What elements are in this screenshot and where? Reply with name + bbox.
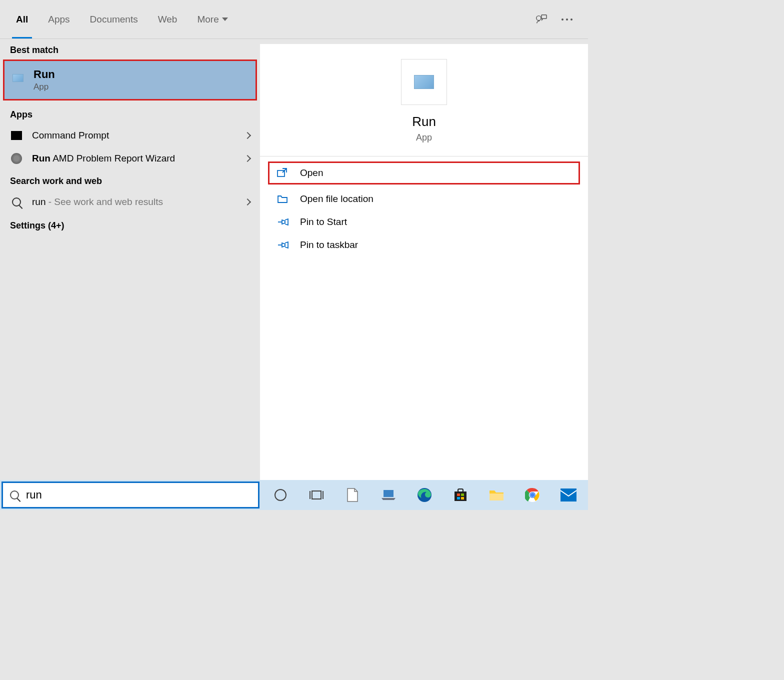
tab-label: All: [16, 14, 28, 25]
tab-label: Documents: [90, 14, 138, 25]
tab-apps[interactable]: Apps: [38, 0, 80, 38]
filter-tabs: All Apps Documents Web More: [6, 0, 238, 38]
more-options-icon[interactable]: [561, 14, 573, 26]
app-name: Run: [412, 114, 436, 130]
svg-rect-9: [454, 492, 466, 501]
chevron-right-icon[interactable]: [245, 133, 250, 138]
libreoffice-icon[interactable]: [344, 486, 361, 504]
folder-icon: [277, 194, 290, 204]
settings-more[interactable]: Settings (4+): [0, 214, 260, 238]
microsoft-store-icon[interactable]: [452, 486, 469, 504]
svg-rect-14: [461, 497, 464, 500]
pin-icon: [277, 218, 290, 226]
task-view-icon[interactable]: [308, 486, 325, 504]
taskbar-search-box[interactable]: [2, 482, 260, 508]
svg-rect-11: [457, 494, 460, 496]
svg-rect-20: [560, 488, 576, 502]
action-label: Pin to Start: [300, 216, 347, 228]
result-web-search[interactable]: run - See work and web results: [0, 190, 260, 214]
detail-panel: Run App Open Open file location Pin t: [260, 39, 588, 480]
result-amd-wizard[interactable]: Run AMD Problem Report Wizard: [0, 147, 260, 170]
edge-icon[interactable]: [416, 486, 433, 504]
open-icon: [277, 168, 290, 178]
bold-prefix: Run: [32, 153, 50, 164]
app-type: App: [416, 132, 432, 143]
chevron-right-icon[interactable]: [245, 156, 250, 161]
app-actions: Open Open file location Pin to Start Pin…: [260, 156, 588, 272]
query-text: run: [32, 196, 46, 207]
search-icon: [10, 196, 23, 208]
feedback-icon[interactable]: [535, 14, 547, 26]
tab-all[interactable]: All: [6, 0, 38, 38]
tab-documents[interactable]: Documents: [80, 0, 148, 38]
taskbar: [0, 480, 588, 510]
tab-more[interactable]: More: [187, 0, 238, 38]
chevron-down-icon: [222, 18, 228, 21]
tab-web[interactable]: Web: [148, 0, 188, 38]
search-icon: [10, 490, 19, 500]
result-command-prompt[interactable]: Command Prompt: [0, 124, 260, 147]
terminal-icon: [10, 129, 23, 142]
action-pin-to-start[interactable]: Pin to Start: [260, 210, 588, 234]
results-panel: Best match Run App Apps Command Prompt R…: [0, 39, 260, 480]
svg-rect-15: [490, 494, 504, 500]
app-detail-card: Run App: [260, 44, 588, 156]
action-open-file-location[interactable]: Open file location: [260, 188, 588, 210]
action-label: Pin to taskbar: [300, 240, 358, 250]
action-open[interactable]: Open: [268, 162, 580, 184]
svg-rect-4: [312, 491, 321, 499]
mail-icon[interactable]: [560, 486, 577, 504]
suffix-text: - See work and web results: [46, 196, 162, 207]
cortana-icon[interactable]: [272, 486, 289, 504]
action-pin-to-taskbar[interactable]: Pin to taskbar: [260, 234, 588, 256]
svg-rect-1: [542, 14, 546, 18]
tab-label: More: [197, 14, 218, 25]
tab-label: Web: [158, 14, 178, 25]
svg-rect-13: [457, 497, 460, 500]
result-title: Command Prompt: [32, 130, 109, 141]
file-explorer-icon[interactable]: [488, 486, 505, 504]
best-match-heading: Best match: [0, 39, 260, 60]
action-label: Open: [300, 168, 323, 178]
tab-label: Apps: [48, 14, 70, 25]
pin-icon: [277, 240, 290, 250]
run-app-large-icon: [401, 59, 447, 105]
apps-heading: Apps: [0, 104, 260, 124]
svg-rect-12: [461, 494, 464, 496]
svg-rect-7: [384, 490, 394, 497]
svg-rect-10: [458, 489, 463, 492]
result-title: Run AMD Problem Report Wizard: [32, 153, 175, 164]
search-work-web-heading: Search work and web: [0, 170, 260, 190]
svg-point-3: [275, 490, 286, 500]
action-label: Open file location: [300, 194, 374, 204]
result-title: Run: [34, 68, 55, 81]
run-app-icon: [12, 74, 24, 86]
amd-icon: [10, 152, 23, 165]
svg-point-0: [536, 16, 541, 20]
svg-point-19: [530, 493, 534, 497]
search-input[interactable]: [26, 488, 251, 502]
search-tabs-header: All Apps Documents Web More: [0, 0, 588, 39]
chevron-right-icon[interactable]: [245, 200, 250, 204]
laptop-icon[interactable]: [380, 486, 397, 504]
result-title: run - See work and web results: [32, 196, 163, 208]
result-subtitle: App: [34, 82, 55, 92]
best-match-result[interactable]: Run App: [3, 60, 257, 100]
result-rest: AMD Problem Report Wizard: [50, 153, 175, 164]
chrome-icon[interactable]: [524, 486, 541, 504]
